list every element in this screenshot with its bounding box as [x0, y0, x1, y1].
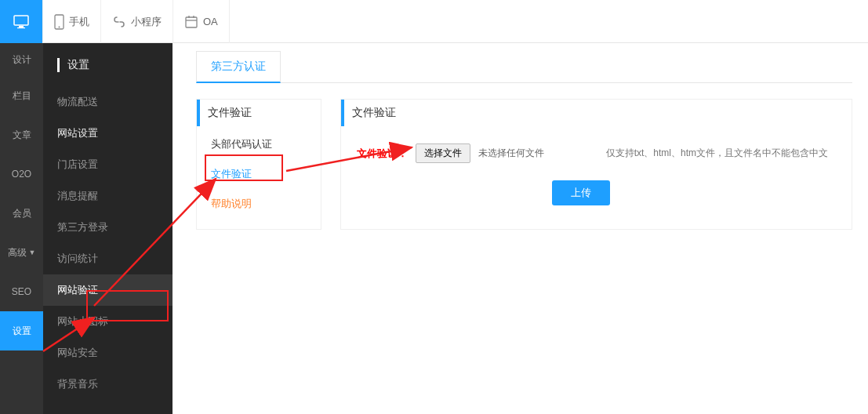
- nav2-title: 设置: [43, 43, 173, 86]
- nav2-third-party-login[interactable]: 第三方登录: [43, 212, 173, 243]
- side-panel: 文件验证 头部代码认证 文件验证 帮助说明: [196, 99, 321, 230]
- nav1-settings[interactable]: 设置: [0, 311, 43, 350]
- nav2-visit-stats[interactable]: 访问统计: [43, 243, 173, 274]
- topbar-phone-label: 手机: [69, 15, 89, 29]
- file-verify-row: 文件验证： 选择文件 未选择任何文件 仅支持txt、html、htm文件，且文件…: [341, 129, 852, 169]
- chevron-down-icon: ▼: [29, 249, 36, 256]
- svg-point-4: [59, 26, 60, 27]
- nav2-site-verification[interactable]: 网站验证: [43, 274, 173, 306]
- topbar-miniprogram-label: 小程序: [131, 15, 162, 29]
- nav1-article[interactable]: 文章: [0, 115, 43, 154]
- topbar: 手机 小程序 OA: [0, 0, 868, 43]
- svg-rect-1: [19, 26, 24, 27]
- choose-file-button[interactable]: 选择文件: [416, 143, 470, 163]
- nav1-o2o[interactable]: O2O: [0, 154, 43, 194]
- content-panel: 文件验证 文件验证： 选择文件 未选择任何文件 仅支持txt、html、htm文…: [340, 99, 852, 230]
- nav1-seo[interactable]: SEO: [0, 272, 43, 311]
- nav2-favicon[interactable]: 网站小图标: [43, 306, 173, 337]
- svg-rect-5: [186, 17, 197, 27]
- file-verify-label: 文件验证：: [357, 147, 408, 161]
- nav1-member[interactable]: 会员: [0, 194, 43, 233]
- topbar-miniprogram[interactable]: 小程序: [101, 0, 173, 43]
- topbar-phone[interactable]: 手机: [43, 0, 101, 43]
- topbar-oa-label: OA: [203, 16, 218, 27]
- svg-rect-0: [14, 16, 28, 25]
- svg-rect-2: [17, 27, 25, 28]
- desktop-icon: [13, 15, 29, 29]
- nav-primary: 设计 栏目 文章 O2O 会员 高级▼ SEO 设置: [0, 43, 43, 414]
- content-panel-title: 文件验证: [341, 100, 852, 126]
- nav2-background-music[interactable]: 背景音乐: [43, 369, 173, 400]
- topbar-oa[interactable]: OA: [173, 0, 230, 43]
- miniprogram-icon: [112, 15, 126, 29]
- nav1-design[interactable]: 设计: [0, 43, 43, 76]
- sp-file-verify[interactable]: 文件验证: [197, 159, 321, 189]
- sp-help[interactable]: 帮助说明: [197, 189, 321, 219]
- nav2-site-security[interactable]: 网站安全: [43, 337, 173, 369]
- side-panel-title: 文件验证: [197, 100, 321, 126]
- nav-secondary: 设置 物流配送 网站设置 门店设置 消息提醒 第三方登录 访问统计 网站验证 网…: [43, 43, 173, 414]
- tab-bar: 第三方认证: [196, 51, 852, 83]
- nav1-advanced[interactable]: 高级▼: [0, 233, 43, 272]
- main-content: 第三方认证 文件验证 头部代码认证 文件验证 帮助说明 文件验证 文件验证： 选…: [173, 43, 868, 414]
- nav2-message-reminder[interactable]: 消息提醒: [43, 180, 173, 212]
- title-bar-icon: [57, 58, 60, 72]
- nav2-logistics[interactable]: 物流配送: [43, 86, 173, 118]
- tab-third-party-auth[interactable]: 第三方认证: [196, 51, 281, 83]
- file-status: 未选择任何文件: [478, 147, 544, 160]
- nav1-column[interactable]: 栏目: [0, 76, 43, 115]
- sp-header-code-auth[interactable]: 头部代码认证: [197, 129, 321, 159]
- upload-button[interactable]: 上传: [552, 180, 610, 205]
- topbar-desktop[interactable]: [0, 0, 43, 43]
- file-hint: 仅支持txt、html、htm文件，且文件名中不能包含中文: [606, 147, 836, 160]
- calendar-icon: [184, 15, 198, 29]
- phone-icon: [54, 14, 64, 30]
- nav2-store-settings[interactable]: 门店设置: [43, 149, 173, 180]
- nav2-site-settings[interactable]: 网站设置: [43, 118, 173, 149]
